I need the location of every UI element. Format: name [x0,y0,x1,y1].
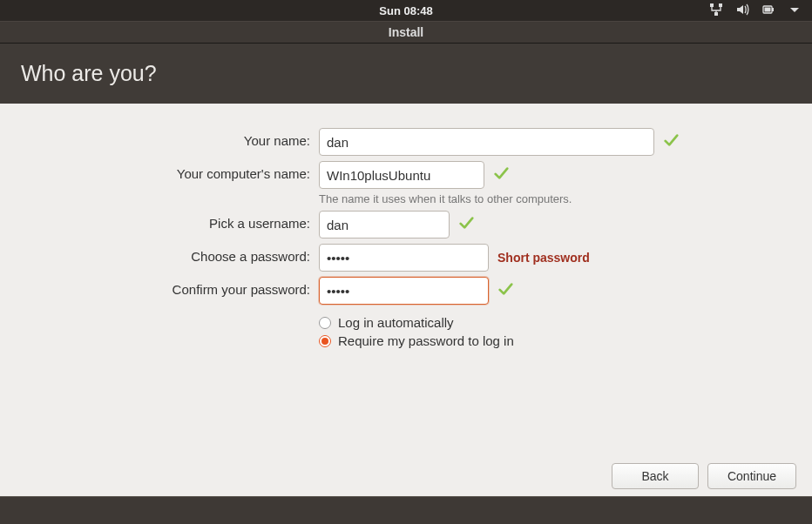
svg-rect-5 [765,7,771,11]
page-header: Who are you? [0,44,812,104]
computer-name-hint: The name it uses when it talks to other … [319,192,572,205]
network-icon[interactable] [709,3,723,19]
confirm-password-input[interactable] [319,277,489,305]
back-button[interactable]: Back [612,463,699,489]
radio-login-auto[interactable]: Log in automatically [319,315,514,330]
check-icon [493,165,509,185]
window-title: Install [389,25,423,39]
battery-icon[interactable] [761,3,775,19]
check-icon [663,132,679,151]
volume-icon[interactable] [735,3,749,19]
check-icon [497,281,513,300]
check-icon [458,215,474,234]
form-content: Your name: Your computer's name: The nam… [0,104,812,381]
computer-name-input[interactable] [319,161,484,189]
radio-icon [319,335,331,347]
login-options: Log in automatically Require my password… [319,315,514,352]
window-title-bar: Install [0,21,812,44]
username-label: Pick a username: [21,211,319,231]
system-tray [709,3,802,19]
session-menu-icon[interactable] [788,3,802,19]
svg-rect-2 [714,12,718,16]
password-warning: Short password [497,251,590,265]
svg-rect-0 [710,3,714,7]
name-input[interactable] [319,128,654,156]
continue-button[interactable]: Continue [707,463,796,489]
radio-label-require: Require my password to log in [338,333,514,348]
top-panel: Sun 08:48 [0,0,812,21]
clock: Sun 08:48 [379,4,432,17]
computer-name-label: Your computer's name: [21,161,319,181]
name-label: Your name: [21,128,319,148]
radio-label-auto: Log in automatically [338,315,454,330]
password-input[interactable] [319,244,489,272]
radio-icon [319,317,331,329]
username-input[interactable] [319,211,450,238]
bottom-bar [0,496,812,524]
page-title: Who are you? [21,61,791,86]
svg-rect-4 [772,8,774,11]
password-label: Choose a password: [21,244,319,264]
confirm-password-label: Confirm your password: [21,277,319,297]
radio-require-password[interactable]: Require my password to log in [319,333,514,348]
footer-buttons: Back Continue [612,463,796,489]
svg-rect-1 [719,3,722,7]
